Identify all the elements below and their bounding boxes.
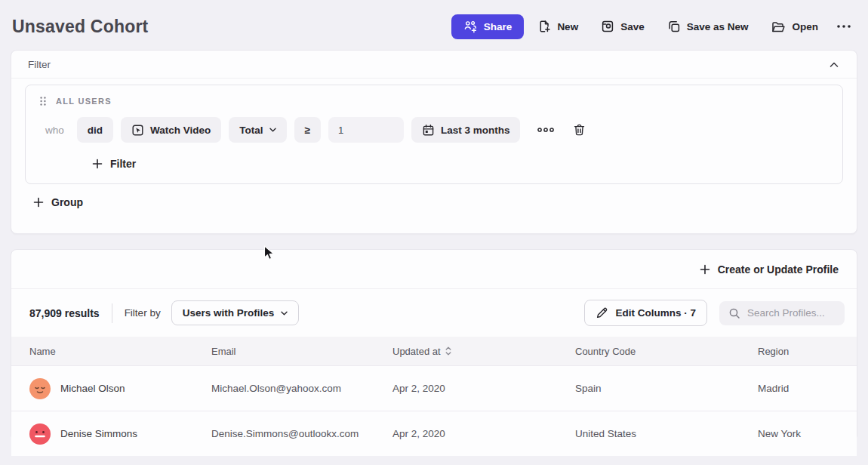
event-icon xyxy=(131,124,144,137)
open-button[interactable]: Open xyxy=(762,14,827,39)
open-button-label: Open xyxy=(792,21,818,32)
profile-name: Denise Simmons xyxy=(60,428,137,439)
aggregation-chip-label: Total xyxy=(239,125,263,136)
threshold-value-input[interactable] xyxy=(328,117,404,143)
more-actions-button[interactable] xyxy=(832,18,856,35)
edit-columns-button[interactable]: Edit Columns · 7 xyxy=(584,300,707,326)
folder-open-icon xyxy=(771,20,786,33)
profiles-panel: Create or Update Profile 87,909 results … xyxy=(11,249,857,436)
add-group-button[interactable]: Group xyxy=(33,196,83,208)
ellipsis-icon xyxy=(836,24,851,29)
vertical-divider xyxy=(112,303,112,323)
save-button[interactable]: Save xyxy=(592,14,654,39)
who-label: who xyxy=(45,125,64,136)
profile-name: Michael Olson xyxy=(60,383,125,394)
create-profile-row: Create or Update Profile xyxy=(11,250,857,289)
event-chip-label: Watch Video xyxy=(150,125,211,136)
profile-region: Madrid xyxy=(758,383,857,394)
date-range-chip[interactable]: Last 3 months xyxy=(411,117,521,143)
profile-updated-at: Apr 2, 2020 xyxy=(392,383,575,394)
options-dots-icon xyxy=(537,127,555,133)
copy-icon xyxy=(667,20,681,33)
profile-country-code: United States xyxy=(575,428,758,439)
filter-panel-title: Filter xyxy=(28,59,51,70)
page-title: Unsaved Cohort xyxy=(12,17,148,37)
create-or-update-profile-button[interactable]: Create or Update Profile xyxy=(700,263,839,276)
aggregation-chip[interactable]: Total xyxy=(229,117,286,143)
save-icon xyxy=(601,20,614,33)
pencil-icon xyxy=(596,306,608,319)
column-header-region[interactable]: Region xyxy=(758,346,857,357)
add-group-label: Group xyxy=(51,196,83,208)
condition-options-button[interactable] xyxy=(534,124,558,136)
chevron-up-icon xyxy=(830,62,839,68)
column-header-updated-at[interactable]: Updated at xyxy=(392,346,575,357)
share-users-icon xyxy=(463,20,478,33)
group-label: ALL USERS xyxy=(56,97,112,106)
delete-condition-button[interactable] xyxy=(570,120,589,140)
add-filter-label: Filter xyxy=(110,158,136,170)
profile-email: Denise.Simmons@outlookx.com xyxy=(211,428,392,439)
filter-panel: Filter ALL USERS xyxy=(11,50,857,234)
trash-icon xyxy=(573,123,586,137)
profile-name-cell: Michael Olson xyxy=(11,378,211,399)
create-or-update-profile-label: Create or Update Profile xyxy=(718,263,839,276)
did-chip[interactable]: did xyxy=(77,117,113,143)
save-button-label: Save xyxy=(620,21,645,32)
filter-condition-row: who did Watch Video Total xyxy=(38,117,830,143)
cohort-group-card: ALL USERS who did Watch Video xyxy=(25,85,843,184)
event-chip[interactable]: Watch Video xyxy=(121,117,221,143)
profile-email: Michael.Olson@yahoox.com xyxy=(211,383,392,394)
column-header-country-code[interactable]: Country Code xyxy=(575,346,758,357)
calendar-icon xyxy=(422,124,435,137)
drag-handle-icon[interactable] xyxy=(39,96,47,106)
chevron-down-icon xyxy=(281,311,288,316)
profile-updated-at: Apr 2, 2020 xyxy=(392,428,575,439)
column-header-name[interactable]: Name xyxy=(11,346,211,357)
operator-chip[interactable]: ≥ xyxy=(294,117,321,143)
share-button-label: Share xyxy=(484,21,512,32)
column-header-email[interactable]: Email xyxy=(211,346,392,357)
filter-by-label: Filter by xyxy=(125,307,161,319)
collapse-filter-button[interactable] xyxy=(828,60,840,69)
did-chip-label: did xyxy=(88,125,103,136)
table-row[interactable]: Denise Simmons Denise.Simmons@outlookx.c… xyxy=(11,411,857,456)
profile-filter-dropdown[interactable]: Users with Profiles xyxy=(171,300,300,325)
new-button[interactable]: New xyxy=(528,14,587,39)
profile-country-code: Spain xyxy=(575,383,758,394)
sort-icon[interactable] xyxy=(445,346,451,356)
new-document-icon xyxy=(537,20,551,33)
share-button[interactable]: Share xyxy=(451,14,525,39)
profile-region: New York xyxy=(758,428,857,439)
results-count: 87,909 results xyxy=(29,307,100,319)
new-button-label: New xyxy=(557,21,578,32)
header-actions: Share New Save xyxy=(451,14,856,39)
date-range-chip-label: Last 3 months xyxy=(441,125,510,136)
save-as-new-button[interactable]: Save as New xyxy=(658,14,758,39)
profiles-table-header: Name Email Updated at Country Code Regio… xyxy=(11,337,857,365)
filter-panel-header: Filter xyxy=(11,51,857,79)
avatar xyxy=(29,423,51,445)
profile-name-cell: Denise Simmons xyxy=(11,423,211,445)
results-toolbar: 87,909 results Filter by Users with Prof… xyxy=(11,289,857,337)
avatar xyxy=(29,378,51,399)
chevron-down-icon xyxy=(269,128,276,132)
search-icon xyxy=(728,307,740,319)
filter-panel-body: ALL USERS who did Watch Video xyxy=(11,79,857,208)
operator-chip-label: ≥ xyxy=(305,125,310,136)
profile-filter-dropdown-value: Users with Profiles xyxy=(183,307,275,319)
app-header: Unsaved Cohort Share xyxy=(0,0,868,50)
plus-icon xyxy=(33,197,44,208)
add-filter-button[interactable]: Filter xyxy=(92,158,136,170)
profiles-search-input[interactable] xyxy=(747,307,830,319)
plus-icon xyxy=(700,264,710,275)
group-header: ALL USERS xyxy=(38,96,830,106)
plus-icon xyxy=(92,159,103,169)
profiles-search-box[interactable] xyxy=(719,301,845,325)
save-as-new-button-label: Save as New xyxy=(687,21,749,32)
table-row[interactable]: Michael Olson Michael.Olson@yahoox.com A… xyxy=(11,365,857,411)
edit-columns-label: Edit Columns · 7 xyxy=(615,307,696,319)
